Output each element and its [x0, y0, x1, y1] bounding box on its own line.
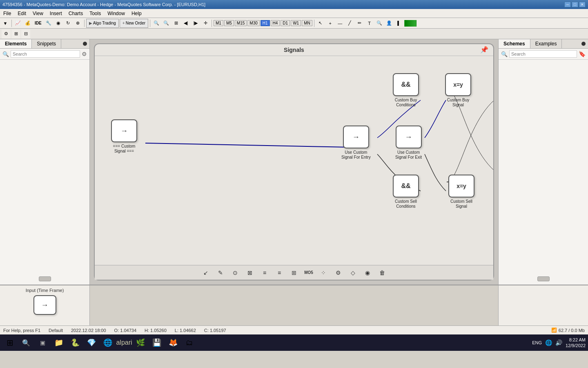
hline-btn[interactable]: —: [336, 19, 345, 28]
tf-mn[interactable]: MN: [302, 20, 312, 26]
app6-btn[interactable]: 💾: [149, 335, 164, 350]
text-btn[interactable]: T: [365, 19, 374, 28]
menu-charts[interactable]: Charts: [65, 9, 86, 18]
tf-h1[interactable]: H1: [261, 20, 270, 26]
browser-btn[interactable]: 🦊: [166, 335, 180, 350]
maximize-button[interactable]: □: [572, 2, 578, 7]
cursor-btn[interactable]: ↖: [316, 19, 325, 28]
tf-m30[interactable]: M30: [247, 20, 259, 26]
lang-indicator[interactable]: ENG: [532, 340, 542, 345]
crosshair2-btn[interactable]: +: [326, 19, 335, 28]
canvas-btn-tree[interactable]: ⊠: [244, 267, 256, 278]
search-input-right[interactable]: [509, 50, 577, 58]
tf-m5[interactable]: M5: [224, 20, 234, 26]
start-button[interactable]: ⊞: [2, 335, 17, 350]
algo-trading-btn[interactable]: ▶ Algo Trading: [86, 19, 119, 28]
tf-d1[interactable]: D1: [281, 20, 290, 26]
tf-h4[interactable]: H4: [271, 20, 280, 26]
search-input-left[interactable]: [11, 50, 80, 58]
canvas-area[interactable]: Signals 📌: [90, 39, 498, 285]
canvas-btn-import[interactable]: ↙: [200, 267, 212, 278]
signal-btn[interactable]: ▌: [394, 19, 403, 28]
node-sell-conditions[interactable]: && Custom SellConditions: [393, 175, 419, 209]
left-panel-handle[interactable]: [39, 276, 51, 281]
canvas-btn-align-center[interactable]: ≡: [274, 267, 285, 278]
canvas-btn-align-left[interactable]: ≡: [259, 267, 270, 278]
toolbar-new-chart[interactable]: 📈: [13, 19, 22, 28]
menu-tools[interactable]: Tools: [86, 9, 104, 18]
menu-file[interactable]: File: [0, 9, 14, 18]
canvas-btn-edit[interactable]: ✎: [215, 267, 226, 278]
folder-btn[interactable]: 🗂: [182, 335, 197, 350]
zoom-in-btn[interactable]: 🔍: [152, 19, 161, 28]
tab-schemes[interactable]: Schemes: [499, 39, 530, 48]
status-datetime: 2022.12.02 18:00: [71, 328, 106, 333]
toolbar-dropdown[interactable]: ▼: [1, 19, 10, 28]
chart-color-btn[interactable]: [404, 20, 416, 27]
canvas-btn-delete[interactable]: 🗑: [376, 267, 388, 278]
algo-grid-btn[interactable]: ⊟: [21, 29, 30, 38]
crosshair-btn[interactable]: ✛: [201, 19, 210, 28]
canvas-btn-settings[interactable]: ⚙: [332, 267, 344, 278]
node-use-custom-exit[interactable]: → Use CustomSignal For Exit: [395, 126, 422, 160]
scroll-right-btn[interactable]: |▶: [191, 19, 200, 28]
app5-btn[interactable]: 🌿: [133, 335, 148, 350]
scroll-left-btn[interactable]: ◀|: [181, 19, 190, 28]
canvas-btn-eye[interactable]: ◉: [362, 267, 373, 278]
menu-edit[interactable]: Edit: [14, 9, 29, 18]
node-buy-conditions[interactable]: && Custom BuyConditions: [393, 73, 419, 108]
draw-btn[interactable]: ✏: [355, 19, 364, 28]
node-use-custom-entry[interactable]: → Use CustomSignal For Entry: [341, 126, 371, 160]
canvas-btn-grid-view[interactable]: ⊞: [288, 267, 300, 278]
node-box-timeframe: →: [33, 295, 56, 315]
app2-btn[interactable]: 💎: [84, 335, 99, 350]
right-panel-handle[interactable]: [537, 276, 550, 281]
algo-layout-btn[interactable]: ⊞: [11, 29, 20, 38]
settings-icon-left[interactable]: ⚙: [82, 51, 87, 57]
node-sell-signal[interactable]: x=y Custom Sell Signal: [445, 175, 478, 209]
new-order-btn[interactable]: + New Order: [120, 19, 148, 28]
app4-btn[interactable]: alpari: [117, 335, 131, 350]
menu-window[interactable]: Window: [104, 9, 128, 18]
canvas-btn-mo5[interactable]: MO5: [303, 267, 314, 278]
menu-view[interactable]: View: [29, 9, 47, 18]
status-help: For Help, press F1: [3, 328, 40, 333]
minimize-button[interactable]: ─: [564, 2, 571, 7]
tab-examples[interactable]: Examples: [530, 39, 562, 48]
canvas-btn-dotgrid[interactable]: ⁘: [318, 267, 329, 278]
app3-btn[interactable]: 🌐: [100, 335, 115, 350]
toolbar-lang[interactable]: 🔧: [44, 19, 53, 28]
node-custom-signal[interactable]: → === CustomSignal ===: [111, 119, 137, 154]
status-close: C: 1.05197: [204, 328, 226, 333]
toolbar-chart-template[interactable]: 💰: [23, 19, 32, 28]
tf-m1[interactable]: M1: [214, 20, 223, 26]
toolbar-scan[interactable]: ⊕: [74, 19, 82, 28]
menu-insert[interactable]: Insert: [47, 9, 65, 18]
tab-snippets[interactable]: Snippets: [32, 39, 61, 48]
canvas-btn-diamond[interactable]: ◇: [347, 267, 359, 278]
node-buy-signal[interactable]: x=y Custom BuySignal: [445, 73, 471, 108]
profile-btn[interactable]: 👤: [385, 19, 394, 28]
search-chart-btn[interactable]: 🔍: [375, 19, 384, 28]
search-taskbar-btn[interactable]: 🔍: [19, 335, 33, 350]
canvas-btn-link[interactable]: ⊙: [229, 267, 241, 278]
grid-btn[interactable]: ⊞: [172, 19, 180, 28]
signals-body[interactable]: → === CustomSignal === → Use CustomSigna…: [95, 56, 493, 265]
app1-btn[interactable]: 🐍: [68, 335, 82, 350]
toolbar-cycle[interactable]: ↻: [64, 19, 73, 28]
files-btn[interactable]: 📁: [51, 335, 66, 350]
bookmark-icon-right[interactable]: 🔖: [579, 51, 586, 57]
menu-help[interactable]: Help: [128, 9, 145, 18]
node-input-timeframe[interactable]: →: [33, 295, 56, 315]
zoom-out-btn[interactable]: 🔍: [162, 19, 171, 28]
pin-icon[interactable]: 📌: [480, 46, 488, 54]
close-button[interactable]: ✕: [579, 2, 586, 7]
tab-elements[interactable]: Elements: [0, 39, 32, 48]
line-btn[interactable]: ╱: [345, 19, 354, 28]
tf-w1[interactable]: W1: [291, 20, 301, 26]
algo-settings-btn[interactable]: ⚙: [2, 29, 11, 38]
taskview-btn[interactable]: ▣: [35, 335, 50, 350]
toolbar-ide[interactable]: IDE: [33, 19, 43, 28]
tf-m15[interactable]: M15: [235, 20, 247, 26]
toolbar-fav[interactable]: ◉: [54, 19, 63, 28]
